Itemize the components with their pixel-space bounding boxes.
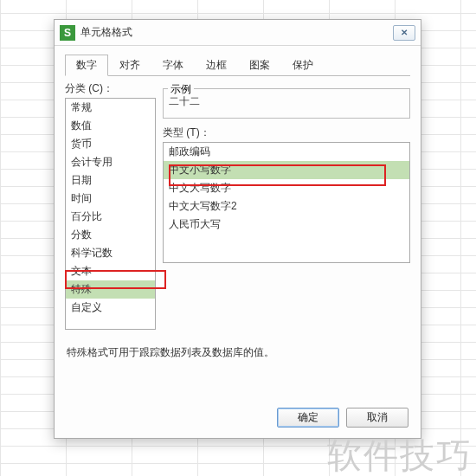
category-item[interactable]: 常规	[66, 99, 155, 117]
category-item[interactable]: 数值	[66, 117, 155, 135]
category-item[interactable]: 科学记数	[66, 244, 155, 262]
watermark-text: 软件技巧	[327, 432, 473, 476]
example-value: 二十二	[163, 89, 410, 119]
category-item-special[interactable]: 特殊	[66, 280, 155, 299]
app-icon: S	[60, 25, 75, 41]
dialog-title: 单元格格式	[80, 25, 393, 40]
category-item[interactable]: 货币	[66, 135, 155, 153]
category-item[interactable]: 日期	[66, 171, 155, 190]
category-list[interactable]: 常规 数值 货币 会计专用 日期 时间 百分比 分数 科学记数 文本 特殊 自定…	[65, 98, 156, 330]
category-item[interactable]: 分数	[66, 226, 155, 244]
category-item[interactable]: 自定义	[66, 299, 155, 317]
button-row: 确定 取消	[277, 408, 408, 428]
category-item[interactable]: 百分比	[66, 208, 155, 226]
ok-button[interactable]: 确定	[277, 408, 339, 428]
description-text: 特殊格式可用于跟踪数据列表及数据库的值。	[55, 330, 421, 360]
category-label: 分类 (C)：	[65, 81, 156, 96]
tab-font[interactable]: 字体	[151, 55, 195, 76]
close-button[interactable]: ✕	[393, 25, 415, 41]
type-item-chinese-lowercase[interactable]: 中文小写数字	[164, 161, 409, 179]
detail-column: 示例 二十二 类型 (T)： 邮政编码 中文小写数字 中文大写数字 中文大写数字…	[163, 81, 410, 330]
type-item[interactable]: 人民币大写	[164, 215, 409, 234]
example-group: 示例 二十二	[163, 88, 410, 119]
tab-strip: 数字 对齐 字体 边框 图案 保护	[65, 55, 410, 76]
titlebar: S 单元格格式 ✕	[55, 20, 421, 46]
tab-number[interactable]: 数字	[65, 55, 108, 76]
type-list[interactable]: 邮政编码 中文小写数字 中文大写数字 中文大写数字2 人民币大写	[163, 142, 410, 263]
tab-protection[interactable]: 保护	[281, 55, 325, 76]
content-area: 分类 (C)： 常规 数值 货币 会计专用 日期 时间 百分比 分数 科学记数 …	[55, 76, 421, 330]
type-item[interactable]: 中文大写数字	[164, 179, 409, 197]
type-item[interactable]: 邮政编码	[164, 143, 409, 161]
category-item[interactable]: 会计专用	[66, 153, 155, 171]
cancel-button[interactable]: 取消	[346, 408, 408, 428]
type-item[interactable]: 中文大写数字2	[164, 197, 409, 215]
tab-border[interactable]: 边框	[195, 55, 238, 76]
category-column: 分类 (C)： 常规 数值 货币 会计专用 日期 时间 百分比 分数 科学记数 …	[65, 81, 156, 330]
category-item[interactable]: 文本	[66, 262, 155, 280]
cell-format-dialog: S 单元格格式 ✕ 数字 对齐 字体 边框 图案 保护 分类 (C)： 常规 数…	[54, 19, 421, 439]
type-label: 类型 (T)：	[163, 125, 410, 140]
tab-pattern[interactable]: 图案	[238, 55, 281, 76]
category-item[interactable]: 时间	[66, 190, 155, 208]
tab-alignment[interactable]: 对齐	[108, 55, 151, 76]
